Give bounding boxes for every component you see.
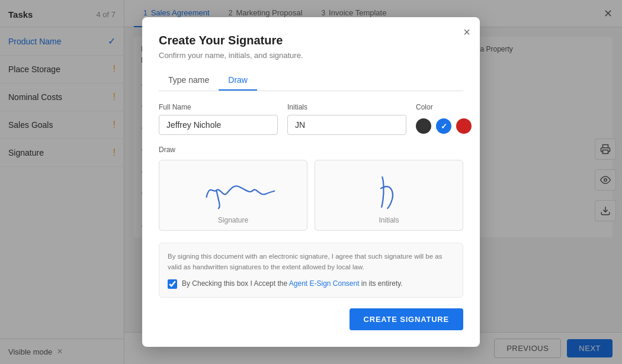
full-name-input[interactable] bbox=[159, 115, 278, 135]
color-option-black[interactable] bbox=[416, 118, 431, 134]
consent-label-after: in its entirety. bbox=[360, 279, 403, 288]
modal-actions: CREATE SIGNATURE bbox=[159, 308, 463, 330]
draw-boxes: Signature Initials bbox=[159, 160, 463, 231]
color-option-blue[interactable] bbox=[436, 118, 451, 134]
initials-draw-box[interactable]: Initials bbox=[315, 160, 463, 231]
consent-label-before: By Checking this box I Accept the bbox=[182, 279, 289, 288]
color-group: Color bbox=[416, 103, 472, 134]
initials-label: Initials bbox=[287, 103, 406, 111]
consent-check-row: By Checking this box I Accept the Agent … bbox=[168, 278, 454, 289]
full-name-label: Full Name bbox=[159, 103, 278, 111]
modal-title: Create Your Signature bbox=[159, 34, 463, 47]
color-label: Color bbox=[416, 103, 472, 111]
create-signature-button[interactable]: CREATE SIGNATURE bbox=[350, 308, 464, 330]
consent-link[interactable]: Agent E-Sign Consent bbox=[289, 279, 360, 288]
signature-box-label: Signature bbox=[218, 216, 248, 224]
modal-subtitle: Confirm your name, initials, and signatu… bbox=[159, 51, 463, 60]
modal-tabs: Type name Draw bbox=[159, 70, 463, 91]
signature-preview-svg bbox=[159, 160, 307, 214]
form-row: Full Name Initials Color bbox=[159, 103, 463, 135]
consent-checkbox[interactable] bbox=[168, 279, 177, 289]
draw-section-label: Draw bbox=[159, 146, 463, 154]
initials-group: Initials bbox=[287, 103, 406, 135]
modal-overlay: × Create Your Signature Confirm your nam… bbox=[0, 0, 622, 364]
modal-tab-type[interactable]: Type name bbox=[159, 70, 219, 91]
initials-preview-svg bbox=[315, 160, 463, 214]
modal-tab-draw[interactable]: Draw bbox=[219, 70, 257, 91]
consent-check-label: By Checking this box I Accept the Agent … bbox=[182, 278, 403, 289]
initials-input[interactable] bbox=[287, 115, 406, 135]
initials-box-label: Initials bbox=[379, 216, 399, 224]
signature-draw-box[interactable]: Signature bbox=[159, 160, 307, 231]
color-option-red[interactable] bbox=[456, 118, 472, 134]
color-options bbox=[416, 118, 472, 134]
modal-close-button[interactable]: × bbox=[463, 25, 470, 39]
full-name-group: Full Name bbox=[159, 103, 278, 135]
signature-modal: × Create Your Signature Confirm your nam… bbox=[142, 17, 480, 347]
consent-text: By signing this document with an electro… bbox=[168, 252, 454, 272]
consent-area: By signing this document with an electro… bbox=[159, 243, 463, 298]
